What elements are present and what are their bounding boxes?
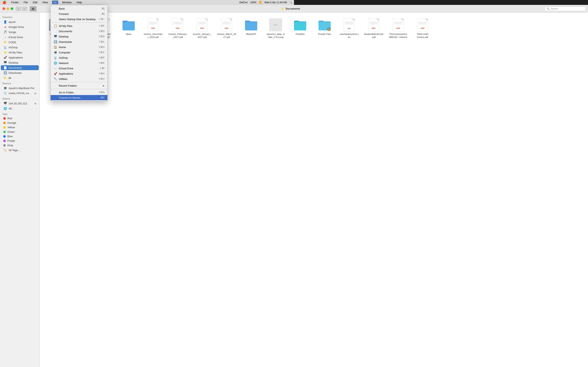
go-documents-label: Documents xyxy=(59,30,72,33)
go-menu-downloads[interactable]: ⬇️ Downloads ⇧⌘L xyxy=(51,39,107,44)
file-item-openmrs-png[interactable]: PNG openmrs_data_model_1.9.0.png xyxy=(264,17,287,40)
sidebar-item-allmyfiles[interactable]: ⭐ All My Files xyxy=(1,50,39,55)
go-menu-utilities[interactable]: 🔧 Utilities ⇧⌘U xyxy=(51,76,107,82)
sidebar-item-shared-all[interactable]: 🌐 All... xyxy=(1,106,39,111)
sidebar-item-desktop[interactable]: 🖥️ Desktop xyxy=(1,60,39,65)
sidebar-label-tag-blue: Blue xyxy=(7,135,13,138)
go-icloud-shortcut: ⇧⌘I xyxy=(99,67,104,70)
sidebar-item-tag-gray[interactable]: Gray xyxy=(1,143,39,147)
sidebar-item-airdrop[interactable]: 📡 AirDrop xyxy=(1,45,39,50)
recent-folders-arrow: ▶ xyxy=(103,85,104,87)
sidebar-item-tag-blue[interactable]: Blue xyxy=(1,134,39,138)
go-menu-applications[interactable]: 🚀 Applications ⇧⌘A xyxy=(51,71,107,76)
sidebar-item-downloads[interactable]: ⬇️ Downloads xyxy=(1,70,39,75)
go-menu-go-to-folder[interactable]: Go to Folder... ⇧⌘G xyxy=(51,90,107,95)
sidebar-item-tag-green[interactable]: Green xyxy=(1,130,39,134)
openmrs-png-label: openmrs_data_model_1.9.0.png xyxy=(266,33,285,39)
sidebar-item-code[interactable]: 📁 CODE xyxy=(1,40,39,45)
sidebar-item-icloud[interactable]: ☁️ iCloud Drive xyxy=(1,35,39,40)
matlab-eject-button[interactable]: ⏏ xyxy=(34,92,36,95)
sidebar-item-tag-purple[interactable]: Purple xyxy=(1,139,39,143)
menubar-file[interactable]: File xyxy=(23,1,29,4)
go-applications-label: Applications xyxy=(59,72,73,75)
file-item-metakgp[interactable]: MetaKGP xyxy=(240,17,262,40)
connect-server-label: Connect to Server... xyxy=(59,96,82,99)
go-menu-home[interactable]: 🏠 Home ⇧⌘H xyxy=(51,44,107,50)
ideas-folder-icon xyxy=(122,18,135,31)
menubar-help[interactable]: Help xyxy=(76,1,83,4)
file-item-invoice-feb[interactable]: PDF Invoice_February_2017.pdf xyxy=(166,17,189,40)
invoice-dec-icon: PDF xyxy=(147,18,160,31)
go-menu: Back ⌘[ Forward ⌘] Select Startup Disk o… xyxy=(51,5,108,101)
back-button[interactable]: ‹ xyxy=(16,7,21,11)
sidebar-item-lib[interactable]: 📁 lib xyxy=(1,75,39,80)
go-airdrop-shortcut: ⇧⌘R xyxy=(98,56,104,59)
go-back-label: Back xyxy=(59,7,65,10)
airdrop-menu-icon: 📡 xyxy=(53,56,57,59)
close-button[interactable] xyxy=(2,7,5,10)
sidebar-label-icloud: iCloud Drive xyxy=(9,36,23,39)
allmyfiles-menu-icon: 📋 xyxy=(53,24,57,28)
recent-folders-icon xyxy=(53,84,57,87)
sidebar-label-macbook: Ayush's MacBook Pro xyxy=(9,87,35,90)
forward-button[interactable]: › xyxy=(22,7,27,11)
go-menu-allmyfiles[interactable]: 📋 All My Files ⇧⌘F xyxy=(51,23,107,29)
sidebar-item-tag-yellow[interactable]: Yellow xyxy=(1,125,39,129)
sidebar-item-shared-ip[interactable]: 🖥️ 144.16.192.212 ⏏ xyxy=(1,101,39,106)
sidebar-item-tag-orange[interactable]: Orange xyxy=(1,121,39,125)
file-item-invoice-mar[interactable]: PDF Invoice_March_2017.pdf xyxy=(215,17,238,40)
go-menu-recent-folders[interactable]: Recent Folders ▶ xyxy=(51,83,107,88)
go-menu-startup[interactable]: Select Startup Disk on Desktop ⇧⌘↑ xyxy=(51,17,107,22)
file-item-parallels[interactable]: Parallels xyxy=(289,17,294,40)
go-menu-computer[interactable]: 💻 Computer ⇧⌘C xyxy=(51,50,107,55)
menubar-go[interactable]: Go xyxy=(52,1,58,4)
desktop-icon: 🖥️ xyxy=(3,61,7,64)
menubar-finder[interactable]: Finder xyxy=(10,1,20,4)
menubar-battery: 100% xyxy=(250,1,256,4)
go-startup-label: Select Startup Disk on Desktop xyxy=(59,18,95,21)
menubar-window[interactable]: Window xyxy=(61,1,72,4)
sidebar-item-tag-all[interactable]: 🏷️ All Tags... xyxy=(1,148,39,152)
go-menu-airdrop[interactable]: 📡 AirDrop ⇧⌘R xyxy=(51,55,107,60)
connect-server-icon xyxy=(53,96,57,100)
file-item-invoice-jan[interactable]: PDF Invoice_January_2017.pdf xyxy=(191,17,213,40)
go-menu-back[interactable]: Back ⌘[ xyxy=(51,6,107,11)
sidebar-label-documents: Documents xyxy=(9,66,22,69)
shared-ip-eject-button[interactable]: ⏏ xyxy=(34,102,36,105)
icon-view-button[interactable]: ⊞ xyxy=(30,6,36,11)
apple-menu[interactable]: 🍎 xyxy=(2,1,7,4)
tag-purple-dot xyxy=(3,140,6,142)
sidebar-item-documents[interactable]: 📄 Documents xyxy=(1,65,39,70)
sidebar-item-macbook[interactable]: 💻 Ayush's MacBook Pro xyxy=(1,86,39,91)
sidebar-section-devices: Devices xyxy=(0,81,40,85)
minimize-button[interactable] xyxy=(7,7,9,10)
go-desktop-shortcut: ⇧⌘D xyxy=(98,35,104,38)
go-menu-network[interactable]: 🌐 Network ⇧⌘K xyxy=(51,60,107,66)
sidebar-item-applications[interactable]: 🚀 Applications xyxy=(1,55,39,60)
shared-all-icon: 🌐 xyxy=(3,107,7,110)
sidebar-item-tag-red[interactable]: Red xyxy=(1,116,39,120)
sidebar-item-ayush[interactable]: 👤 ayush xyxy=(1,19,39,24)
go-airdrop-label: AirDrop xyxy=(59,56,68,59)
maximize-button[interactable] xyxy=(11,7,13,10)
go-menu-documents[interactable]: 📄 Documents ⇧⌘O xyxy=(51,29,107,34)
startup-icon xyxy=(53,17,57,21)
sidebar-label-downloads: Downloads xyxy=(9,71,22,75)
menubar-search-icon[interactable]: 🔍 xyxy=(289,1,292,4)
menubar-edit[interactable]: Edit xyxy=(32,1,38,4)
go-menu-forward[interactable]: Forward ⌘] xyxy=(51,11,107,17)
sidebar: Favorites 👤 ayush 🔺 Google Drive 🎵 Songs… xyxy=(0,13,40,184)
go-menu-desktop[interactable]: 🖥️ Desktop ⇧⌘D xyxy=(51,34,107,39)
file-item-ideas[interactable]: ideas xyxy=(117,17,140,40)
go-menu-icloud[interactable]: ☁️ iCloud Drive ⇧⌘I xyxy=(51,66,107,71)
tag-yellow-dot xyxy=(3,126,6,129)
sidebar-item-matlab[interactable]: 💿 matlab_R2016b_ma... ⏏ xyxy=(1,91,39,96)
sidebar-label-songs: Songs xyxy=(9,31,16,34)
sidebar-item-googledrive[interactable]: 🔺 Google Drive xyxy=(1,25,39,29)
menubar-view[interactable]: View xyxy=(42,1,49,4)
go-menu-connect-server[interactable]: Connect to Server... ⌘K xyxy=(51,95,107,100)
sidebar-label-ayush: ayush xyxy=(9,20,16,24)
sidebar-item-songs[interactable]: 🎵 Songs xyxy=(1,30,39,34)
sidebar-label-code: CODE xyxy=(9,41,16,44)
file-item-invoice-dec[interactable]: PDF Invoice_December_2016.pdf xyxy=(142,17,164,40)
